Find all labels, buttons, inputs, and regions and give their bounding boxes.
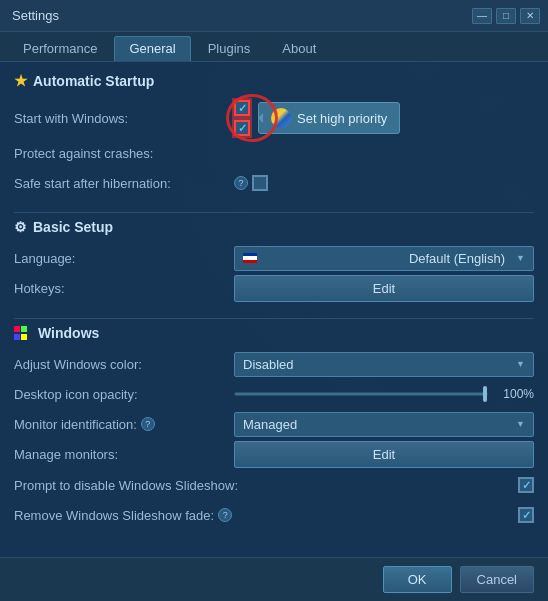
dropdown-adjust-color[interactable]: Disabled	[234, 352, 534, 377]
divider-1	[14, 212, 534, 213]
windows-logo-icon	[14, 326, 28, 340]
content-area: ★ Automatic Startup Start with Windows:	[0, 62, 548, 557]
settings-window: Settings — □ ✕ Performance General Plugi…	[0, 0, 548, 601]
label-slideshow-fade: Remove Windows Slideshow fade: ?	[14, 508, 518, 523]
section-header-windows: Windows	[14, 325, 534, 341]
window-title: Settings	[12, 8, 59, 23]
row-disable-slideshow: Prompt to disable Windows Slideshow:	[14, 470, 534, 500]
row-safe-start: Safe start after hibernation: ?	[14, 168, 534, 198]
slider-wrap-opacity: 100%	[234, 387, 534, 401]
label-disable-slideshow: Prompt to disable Windows Slideshow:	[14, 478, 518, 493]
control-slideshow-fade	[518, 507, 534, 523]
control-language: Default (English)	[234, 246, 534, 271]
tab-general[interactable]: General	[114, 36, 190, 61]
row-hotkeys: Hotkeys: Edit	[14, 273, 534, 304]
slider-track-opacity[interactable]	[234, 392, 488, 396]
control-monitor-id: Managed	[234, 412, 534, 437]
label-monitor-id: Monitor identification: ?	[14, 417, 234, 432]
checkbox-slideshow-fade[interactable]	[518, 507, 534, 523]
tab-plugins[interactable]: Plugins	[193, 36, 266, 61]
edit-monitors-button[interactable]: Edit	[234, 441, 534, 468]
control-safe-start: ?	[234, 175, 534, 191]
help-icon-slideshow-fade[interactable]: ?	[218, 508, 232, 522]
control-manage-monitors: Edit	[234, 441, 534, 468]
dropdown-language[interactable]: Default (English)	[234, 246, 534, 271]
row-language: Language: Default (English)	[14, 243, 534, 273]
row-manage-monitors: Manage monitors: Edit	[14, 439, 534, 470]
bottom-bar: OK Cancel	[0, 557, 548, 601]
help-icon-monitor-id[interactable]: ?	[141, 417, 155, 431]
maximize-button[interactable]: □	[496, 8, 516, 24]
divider-2	[14, 318, 534, 319]
dropdown-monitor-id[interactable]: Managed	[234, 412, 534, 437]
help-icon-safe-start[interactable]: ?	[234, 176, 248, 190]
slider-thumb-opacity[interactable]	[483, 386, 487, 402]
star-icon: ★	[14, 72, 27, 90]
label-hotkeys: Hotkeys:	[14, 281, 234, 296]
slider-value-opacity: 100%	[496, 387, 534, 401]
label-adjust-color: Adjust Windows color:	[14, 357, 234, 372]
label-start-with-windows: Start with Windows:	[14, 111, 234, 126]
row-adjust-color: Adjust Windows color: Disabled	[14, 349, 534, 379]
cancel-button[interactable]: Cancel	[460, 566, 534, 593]
checkbox-protect-crashes-inner[interactable]	[234, 120, 250, 136]
minimize-button[interactable]: —	[472, 8, 492, 24]
title-bar-buttons: — □ ✕	[472, 8, 540, 24]
control-adjust-color: Disabled	[234, 352, 534, 377]
priority-icon	[271, 108, 291, 128]
row-desktop-opacity: Desktop icon opacity: 100%	[14, 379, 534, 409]
close-button[interactable]: ✕	[520, 8, 540, 24]
checkbox-safe-start[interactable]	[252, 175, 268, 191]
row-slideshow-fade: Remove Windows Slideshow fade: ?	[14, 500, 534, 530]
ok-button[interactable]: OK	[383, 566, 452, 593]
edit-hotkeys-button[interactable]: Edit	[234, 275, 534, 302]
tab-about[interactable]: About	[267, 36, 331, 61]
row-protect-crashes: Protect against crashes:	[14, 138, 534, 168]
highlight-bubble-priority: Set high priority	[258, 102, 400, 134]
section-automatic-startup: ★ Automatic Startup Start with Windows:	[14, 72, 534, 198]
label-protect-crashes: Protect against crashes:	[14, 146, 234, 161]
tab-bar: Performance General Plugins About	[0, 32, 548, 62]
checkbox-start-with-windows[interactable]	[234, 100, 250, 116]
gear-icon: ⚙	[14, 219, 27, 235]
control-desktop-opacity: 100%	[234, 387, 534, 401]
label-safe-start: Safe start after hibernation:	[14, 176, 234, 191]
slider-fill-opacity	[235, 393, 487, 395]
section-windows: Windows Adjust Windows color: Disabled D…	[14, 325, 534, 530]
label-language: Language:	[14, 251, 234, 266]
control-start-with-windows: Set high priority	[234, 100, 534, 136]
control-hotkeys: Edit	[234, 275, 534, 302]
control-disable-slideshow	[518, 477, 534, 493]
section-basic-setup: ⚙ Basic Setup Language: Default (English…	[14, 219, 534, 304]
section-header-basic-setup: ⚙ Basic Setup	[14, 219, 534, 235]
label-manage-monitors: Manage monitors:	[14, 447, 234, 462]
label-desktop-opacity: Desktop icon opacity:	[14, 387, 234, 402]
row-start-with-windows: Start with Windows: Set high priority	[14, 98, 534, 138]
flag-icon	[243, 253, 257, 263]
section-header-automatic-startup: ★ Automatic Startup	[14, 72, 534, 90]
row-monitor-id: Monitor identification: ? Managed	[14, 409, 534, 439]
title-bar: Settings — □ ✕	[0, 0, 548, 32]
checkbox-disable-slideshow[interactable]	[518, 477, 534, 493]
tab-performance[interactable]: Performance	[8, 36, 112, 61]
